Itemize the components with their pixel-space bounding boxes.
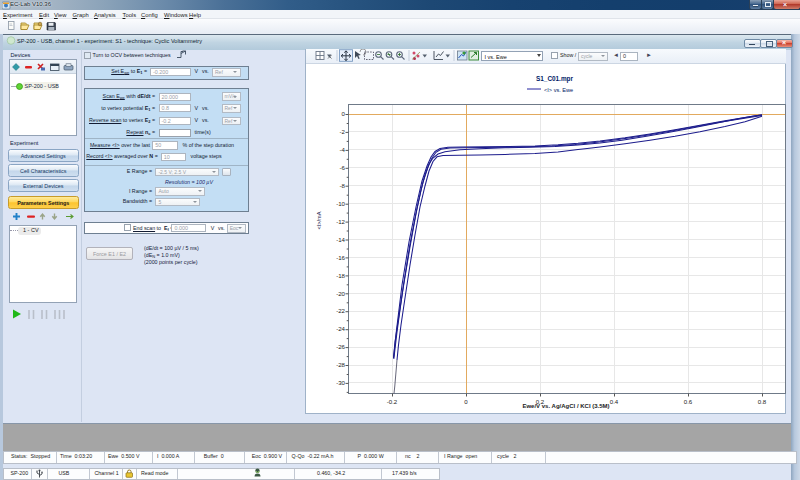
svg-text:-16: -16: [336, 254, 345, 261]
svg-text:-0.2: -0.2: [387, 398, 398, 405]
svg-text:-24: -24: [336, 325, 345, 332]
svg-text:-22: -22: [336, 307, 345, 314]
svg-text:-8: -8: [340, 182, 346, 189]
svg-text:-14: -14: [336, 236, 345, 243]
svg-text:0: 0: [464, 398, 468, 405]
svg-text:<I> vs. Ewe: <I> vs. Ewe: [544, 87, 573, 93]
svg-text:-20: -20: [336, 290, 345, 297]
svg-text:Ewe/V vs. Ag/AgCl / KCl (3.5M): Ewe/V vs. Ag/AgCl / KCl (3.5M): [522, 403, 609, 409]
svg-text:0: 0: [342, 110, 346, 117]
svg-text:0.8: 0.8: [758, 398, 767, 405]
svg-text:0.6: 0.6: [684, 398, 693, 405]
svg-text:-30: -30: [336, 379, 345, 386]
svg-text:-26: -26: [336, 343, 345, 350]
svg-text:-6: -6: [340, 164, 346, 171]
svg-text:-2: -2: [340, 128, 346, 135]
svg-text:0.4: 0.4: [610, 398, 619, 405]
svg-text:-4: -4: [340, 146, 346, 153]
svg-text:-10: -10: [336, 200, 345, 207]
svg-text:-12: -12: [336, 218, 345, 225]
svg-text:-18: -18: [336, 272, 345, 279]
svg-text:S1_C01.mpr: S1_C01.mpr: [536, 75, 573, 83]
svg-text:<I>/mA: <I>/mA: [316, 211, 322, 229]
svg-text:-28: -28: [336, 361, 345, 368]
